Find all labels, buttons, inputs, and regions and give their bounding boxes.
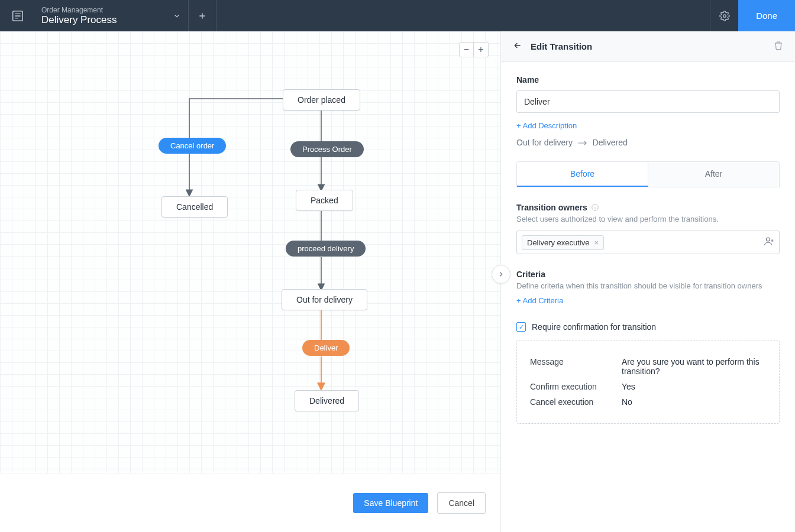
tab-after[interactable]: After (648, 162, 779, 187)
connectors (0, 31, 500, 473)
owner-chip-label: Delivery executive (527, 238, 590, 247)
state-delivered[interactable]: Delivered (295, 390, 359, 411)
confirm-exec-value: Yes (622, 382, 766, 391)
assign-user-icon[interactable] (764, 236, 774, 249)
process-switch-dropdown[interactable] (166, 0, 188, 31)
blueprint-canvas[interactable]: Order placed Packed Out for delivery Del… (0, 31, 500, 473)
panel-collapse-handle[interactable] (492, 265, 510, 284)
state-cancelled[interactable]: Cancelled (161, 196, 228, 218)
blueprint-canvas-wrap: Order placed Packed Out for delivery Del… (0, 31, 501, 532)
name-label: Name (516, 75, 780, 85)
tab-before[interactable]: Before (517, 162, 648, 187)
panel-header: Edit Transition (501, 31, 795, 62)
state-packed[interactable]: Packed (296, 190, 353, 211)
add-description-link[interactable]: + Add Description (516, 121, 577, 130)
transition-name-input[interactable] (516, 90, 780, 113)
cancel-exec-key: Cancel execution (530, 397, 622, 407)
require-confirmation-row[interactable]: ✓ Require confirmation for transition (516, 322, 780, 332)
zoom-in-button[interactable]: + (474, 43, 488, 57)
cancel-button[interactable]: Cancel (437, 492, 486, 514)
breadcrumb: Order Management (41, 6, 166, 14)
zoom-controls: − + (459, 42, 489, 57)
cancel-exec-value: No (622, 397, 766, 407)
title-block: Order Management Delivery Process (35, 2, 166, 30)
confirm-message-value: Are you sure you want to perform this tr… (622, 357, 766, 376)
criteria-subtext: Define criteria when this transition sho… (516, 281, 780, 290)
add-process-button[interactable] (188, 0, 216, 31)
save-blueprint-button[interactable]: Save Blueprint (353, 493, 428, 513)
state-out-for-delivery[interactable]: Out for delivery (282, 289, 367, 310)
add-criteria-link[interactable]: + Add Criteria (516, 296, 563, 305)
criteria-heading: Criteria (516, 270, 780, 279)
require-confirmation-label: Require confirmation for transition (532, 322, 656, 332)
page-title: Delivery Process (41, 14, 166, 26)
chip-remove-icon[interactable]: × (594, 238, 599, 247)
canvas-footer: Save Blueprint Cancel (0, 473, 500, 532)
owners-input[interactable]: Delivery executive × (516, 231, 780, 254)
transition-path: Out for delivery Delivered (516, 138, 780, 147)
topbar: Order Management Delivery Process Done (0, 0, 795, 31)
info-icon[interactable] (591, 203, 599, 212)
transition-owners-section: Transition owners Select users authorize… (516, 203, 780, 254)
transition-proceed-delivery[interactable]: proceed delivery (286, 241, 366, 257)
owners-subtext: Select users authorized to view and perf… (516, 215, 780, 223)
owners-heading: Transition owners (516, 203, 587, 212)
require-confirmation-checkbox[interactable]: ✓ (516, 322, 526, 332)
confirm-exec-key: Confirm execution (530, 382, 622, 391)
zoom-out-button[interactable]: − (460, 43, 474, 57)
confirm-message-key: Message (530, 357, 622, 376)
path-from: Out for delivery (516, 138, 573, 147)
app-icon (0, 9, 35, 22)
arrow-right-icon (577, 140, 588, 146)
panel-title: Edit Transition (531, 41, 765, 51)
transition-deliver[interactable]: Deliver (302, 340, 350, 356)
done-button[interactable]: Done (738, 0, 795, 31)
edit-transition-panel: Edit Transition Name + Add Description O… (501, 31, 795, 532)
confirmation-block: Message Are you sure you want to perform… (516, 340, 780, 424)
path-to: Delivered (593, 138, 628, 147)
transition-process-order[interactable]: Process Order (290, 141, 364, 157)
settings-button[interactable] (710, 0, 738, 31)
criteria-section: Criteria Define criteria when this trans… (516, 270, 780, 306)
svg-point-3 (767, 238, 770, 241)
state-order-placed[interactable]: Order placed (283, 89, 360, 111)
back-icon[interactable] (513, 41, 522, 53)
delete-icon[interactable] (774, 41, 783, 53)
owner-chip: Delivery executive × (522, 235, 604, 250)
panel-tabs: Before After (516, 161, 780, 187)
svg-point-1 (723, 14, 726, 17)
transition-cancel-order[interactable]: Cancel order (159, 138, 226, 154)
